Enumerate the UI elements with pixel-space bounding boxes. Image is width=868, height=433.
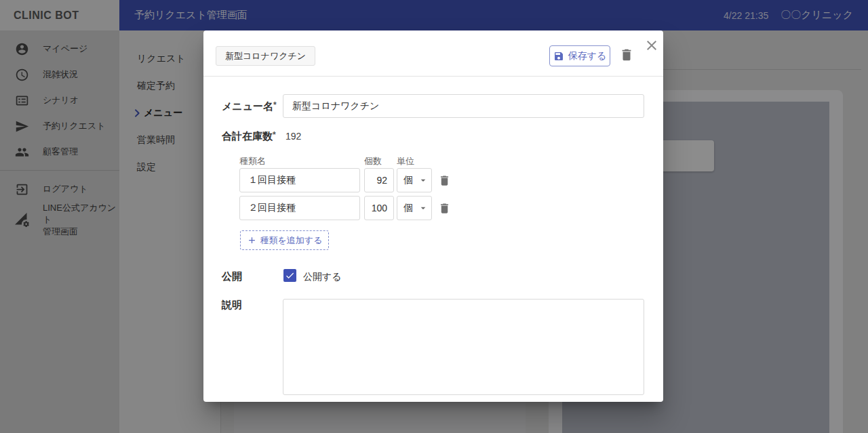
menu-name-chip: 新型コロナワクチン [216,46,315,66]
menu-name-input[interactable] [283,94,644,118]
menu-edit-modal: 新型コロナワクチン 保存する メニュー名* 合計在庫数* 192 種類名 個数 … [203,30,663,402]
app-root: CLINIC BOT 予約リクエスト管理画面 4/22 21:35 〇〇クリニッ… [0,0,868,433]
delete-row-icon[interactable] [438,174,451,187]
publish-label: 公開 [222,270,242,283]
stock-row-unit-select[interactable]: 個 [397,196,432,220]
column-header-qty: 個数 [364,155,382,167]
add-type-button[interactable]: 種類を追加する [240,230,329,250]
column-header-unit: 単位 [397,155,414,167]
add-type-label: 種類を追加する [260,234,323,247]
delete-menu-icon[interactable] [619,47,634,62]
menu-name-label: メニュー名* [222,100,277,113]
modal-header-divider [203,76,663,77]
publish-checkbox[interactable] [283,269,296,282]
publish-checkbox-label: 公開する [303,271,342,283]
stock-row-qty-input[interactable] [364,168,394,192]
total-stock-label: 合計在庫数* [222,130,276,143]
stock-row-name-input[interactable] [239,168,360,192]
description-textarea[interactable] [283,299,644,395]
stock-row-qty-input[interactable] [364,196,394,220]
plus-icon [247,235,257,245]
column-header-name: 種類名 [239,155,266,167]
caret-down-icon [418,175,429,186]
caret-down-icon [418,203,429,213]
total-stock-value: 192 [285,131,301,142]
save-icon [553,51,564,62]
description-label: 説明 [222,299,242,312]
save-button[interactable]: 保存する [549,45,610,66]
stock-row-name-input[interactable] [239,196,360,220]
check-icon [285,270,295,281]
stock-row-unit-select[interactable]: 個 [397,168,432,192]
delete-row-icon[interactable] [438,202,451,215]
close-icon[interactable] [644,37,660,54]
unit-select-value: 個 [403,202,413,214]
save-button-label: 保存する [568,50,607,62]
unit-select-value: 個 [403,174,413,186]
